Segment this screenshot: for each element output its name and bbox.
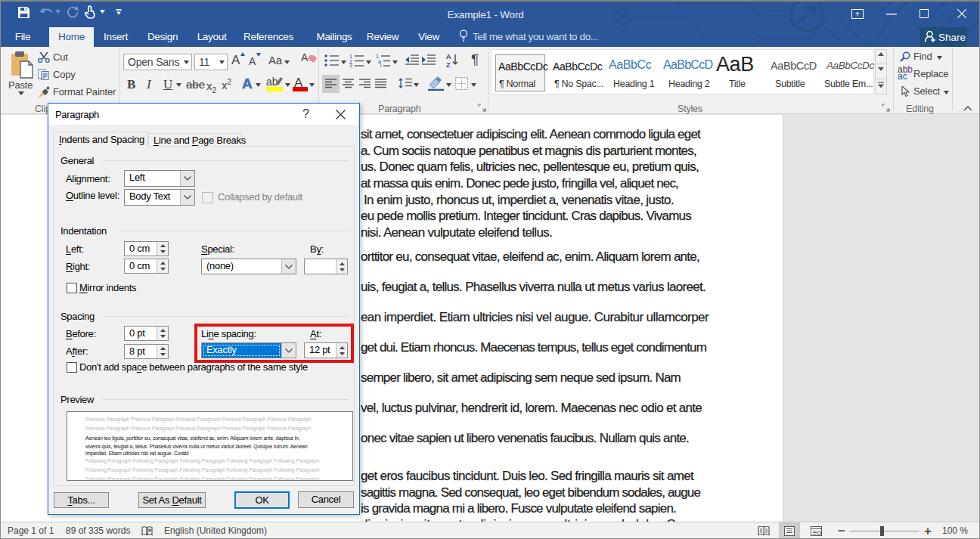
svg-text:A: A [446, 53, 451, 60]
svg-text:3: 3 [349, 63, 352, 67]
svg-text:i: i [380, 63, 382, 67]
svg-text:Z: Z [446, 61, 451, 67]
